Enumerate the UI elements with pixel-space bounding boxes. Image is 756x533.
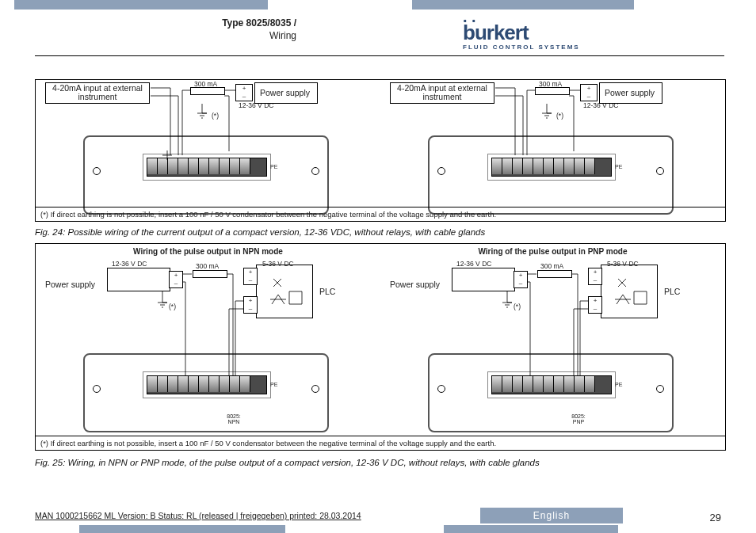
mode-label: 8025: PNP (567, 413, 590, 424)
fuse-label: 300 mA (540, 262, 563, 270)
plc-box (256, 265, 313, 318)
plc-label: PLC (664, 287, 680, 296)
asterisk: (*) (169, 303, 176, 310)
asterisk: (*) (556, 112, 563, 120)
pe-label: PE (270, 164, 277, 169)
pe-label: PE (615, 164, 622, 169)
psu-label: Power supply (45, 280, 95, 289)
plc-v: 5-36 V DC (607, 260, 639, 268)
fig-25-caption: Fig. 25: Wiring, in NPN or PNP mode, of … (35, 458, 724, 467)
language-badge: English (480, 508, 623, 523)
page-number: 29 (710, 512, 721, 523)
psu-terminals: +– (235, 84, 253, 101)
psu-label: Power supply (260, 88, 310, 97)
doc-id: MAN 1000215662 ML Version: B Status: RL … (35, 511, 361, 520)
psu-label: Power supply (390, 280, 440, 289)
bottom-accent-bar (0, 525, 756, 533)
device-icon: PE (428, 135, 674, 215)
pnp-heading: Wiring of the pulse output in PNP mode (380, 247, 725, 256)
pe-label: PE (615, 382, 622, 387)
plc-box (601, 265, 658, 318)
plc-terminals: +– (588, 268, 602, 285)
psu-box (452, 268, 515, 291)
plc-label: PLC (319, 287, 335, 296)
fuse-icon (190, 87, 225, 95)
psu-terminals: +– (169, 271, 183, 288)
mode-label: 8025: NPN (222, 413, 246, 424)
type-line: Type 8025/8035 / (222, 17, 296, 29)
subtitle: Wiring (269, 30, 296, 41)
psu-terminals: +– (580, 84, 598, 101)
brand-logo: . . burkert FLUID CONTROL SYSTEMS (463, 14, 669, 46)
fuse-icon (193, 270, 227, 278)
plc-terminals: +– (243, 268, 258, 285)
header-rule (35, 55, 724, 56)
diagram-2: Wiring of the pulse output in NPN mode P… (35, 243, 726, 451)
psu-box (107, 268, 170, 291)
psu-terminals: +– (514, 271, 528, 288)
doc-title: Type 8025/8035 / Wiring (35, 17, 296, 42)
psu-label: Power supply (605, 88, 655, 97)
brand-wordmark: burkert (463, 21, 669, 45)
fig-24-caption: Fig. 24: Possible wiring of the current … (35, 227, 724, 237)
fuse-icon (535, 87, 570, 95)
npn-heading: Wiring of the pulse output in NPN mode (36, 247, 380, 256)
input-label: 4-20mA input at external instrument (395, 84, 490, 101)
asterisk: (*) (212, 112, 219, 120)
diagram-1-footnote: (*) If direct earthing is not possible, … (36, 207, 725, 221)
pe-label: PE (270, 382, 277, 387)
input-label: 4-20mA input at external instrument (50, 84, 145, 101)
fuse-label: 300 mA (196, 262, 219, 270)
voltage-label: 12-36 V DC (112, 260, 147, 268)
device-icon: PE 8025: PNP (428, 353, 674, 432)
diagram-1: 4-20mA input at external instrument 300 … (35, 79, 726, 222)
device-icon: PE 8025: NPN (83, 353, 329, 432)
voltage-label: 12-36 V DC (456, 260, 491, 268)
device-icon: PE (83, 135, 329, 215)
asterisk: (*) (514, 303, 521, 310)
plc-v: 5-36 V DC (262, 260, 294, 268)
brand-tagline: FLUID CONTROL SYSTEMS (463, 44, 669, 51)
diagram-2-footnote: (*) If direct earthing is not possible, … (36, 436, 725, 450)
fuse-icon (537, 270, 572, 278)
top-accent-bar (0, 0, 756, 10)
